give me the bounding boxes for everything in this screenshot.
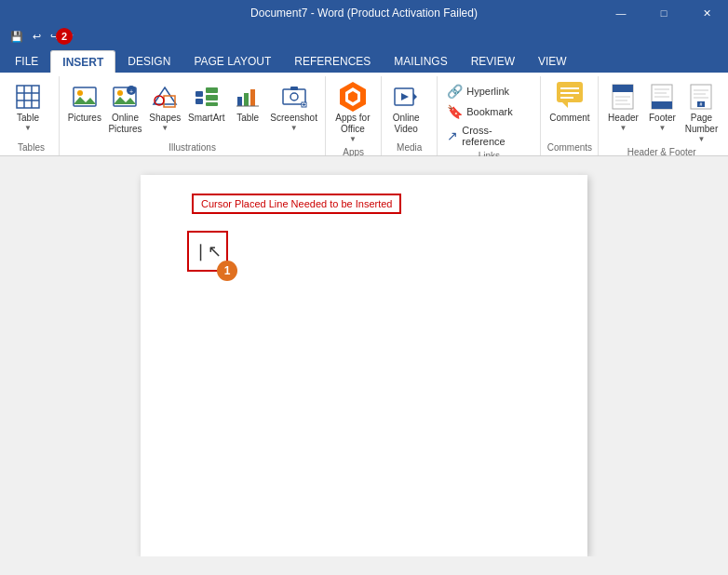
hyperlink-icon: 🔗	[447, 84, 463, 99]
svg-marker-33	[413, 93, 417, 100]
minimize-button[interactable]: —	[600, 0, 642, 26]
save-quick-button[interactable]: 💾	[7, 29, 26, 45]
online-video-icon	[391, 82, 421, 112]
document-page[interactable]: Cursor Placed Line Needed to be Inserted…	[141, 175, 587, 556]
document-area: Cursor Placed Line Needed to be Inserted…	[0, 156, 728, 556]
screenshot-button[interactable]: Screenshot ▼	[268, 80, 319, 134]
svg-marker-36	[562, 102, 568, 108]
ribbon-tabs: FILE INSERT DESIGN PAGE LAYOUT REFERENCE…	[0, 47, 728, 73]
cursor-symbol: ❘↖	[194, 241, 222, 261]
page-number-button[interactable]: # PageNumber ▼	[682, 80, 720, 145]
tab-insert[interactable]: INSERT	[50, 50, 115, 73]
svg-rect-46	[652, 101, 672, 109]
apps-for-office-button[interactable]: Apps forOffice ▼	[331, 80, 373, 145]
comments-group-label: Comments	[546, 140, 592, 155]
svg-rect-17	[206, 95, 218, 100]
svg-rect-14	[195, 91, 203, 97]
svg-rect-16	[206, 87, 218, 93]
cross-reference-label: Cross-reference	[462, 125, 531, 147]
svg-rect-41	[613, 85, 633, 92]
page-number-icon: #	[686, 82, 716, 112]
online-video-button[interactable]: OnlineVideo	[387, 80, 425, 137]
title-bar: Document7 - Word (Product Activation Fai…	[0, 0, 728, 26]
header-button[interactable]: Header ▼	[604, 80, 641, 134]
tables-group-label: Tables	[9, 140, 53, 155]
bookmark-button[interactable]: 🔖 Bookmark	[443, 102, 517, 121]
tab-file[interactable]: FILE	[4, 50, 49, 73]
ribbon-group-header-footer: Header ▼ Footer ▼	[599, 76, 724, 155]
callout-annotation: Cursor Placed Line Needed to be Inserted	[192, 194, 401, 214]
quick-access-toolbar: 💾 ↩ ↪ ▾ 2	[0, 26, 728, 47]
screenshot-label: Screenshot	[270, 113, 317, 124]
hyperlink-button[interactable]: 🔗 Hyperlink	[443, 82, 513, 100]
tab-design[interactable]: DESIGN	[116, 50, 182, 73]
comment-label: Comment	[549, 113, 589, 124]
ribbon-group-illustrations: Pictures + OnlinePictures	[60, 76, 326, 155]
ribbon-group-comments: Comment Comments	[541, 76, 599, 155]
tab-references[interactable]: REFERENCES	[283, 50, 382, 73]
svg-text:+: +	[129, 88, 133, 95]
svg-text:#: #	[700, 101, 703, 107]
shapes-dropdown-arrow: ▼	[161, 124, 169, 132]
header-dropdown-arrow: ▼	[619, 124, 627, 132]
title-text: Document7 - Word (Product Activation Fai…	[250, 7, 478, 20]
callout-text: Cursor Placed Line Needed to be Inserted	[201, 198, 392, 209]
hyperlink-label: Hyperlink	[466, 86, 509, 97]
svg-rect-15	[195, 99, 203, 104]
svg-rect-18	[206, 102, 218, 106]
svg-point-8	[117, 90, 123, 96]
bookmark-label: Bookmark	[466, 106, 513, 117]
apps-for-office-label: Apps forOffice	[335, 113, 370, 135]
page-number-label: PageNumber	[685, 113, 719, 135]
svg-rect-19	[237, 97, 242, 106]
apps-for-office-icon	[338, 82, 368, 112]
media-group-items: OnlineVideo	[387, 76, 431, 140]
maximize-button[interactable]: □	[642, 0, 685, 26]
comments-group-items: Comment	[546, 76, 592, 140]
footer-dropdown-arrow: ▼	[658, 124, 666, 132]
cross-reference-button[interactable]: ↗ Cross-reference	[443, 123, 534, 149]
shapes-label: Shapes	[149, 113, 181, 124]
cross-reference-icon: ↗	[447, 128, 458, 143]
ribbon: Table ▼ Tables Pictures	[0, 73, 728, 156]
shapes-button[interactable]: Shapes ▼	[146, 80, 183, 134]
svg-rect-20	[244, 93, 249, 106]
badge-2: 2	[56, 28, 73, 45]
screenshot-dropdown-arrow: ▼	[290, 124, 298, 132]
tab-view[interactable]: VIEW	[527, 50, 578, 73]
badge-1: 1	[217, 261, 237, 281]
table-button[interactable]: Table ▼	[9, 80, 47, 134]
tab-mailings[interactable]: MAILINGS	[383, 50, 458, 73]
comment-button[interactable]: Comment	[546, 80, 592, 126]
chart-button[interactable]: Table	[229, 80, 266, 126]
svg-rect-0	[17, 86, 39, 108]
bookmark-icon: 🔖	[447, 104, 463, 119]
online-pictures-label: OnlinePictures	[108, 113, 142, 135]
smartart-button[interactable]: SmartArt	[185, 80, 227, 126]
tab-review[interactable]: REVIEW	[460, 50, 526, 73]
tables-group-items: Table ▼	[9, 76, 53, 140]
screenshot-icon	[279, 82, 309, 112]
table-label: Table	[17, 113, 39, 124]
tab-page-layout[interactable]: PAGE LAYOUT	[182, 50, 282, 73]
close-button[interactable]: ✕	[685, 0, 728, 26]
chart-label: Table	[236, 113, 259, 124]
pictures-button[interactable]: Pictures	[65, 80, 104, 126]
pictures-label: Pictures	[68, 113, 101, 124]
illustrations-group-items: Pictures + OnlinePictures	[65, 76, 319, 140]
online-pictures-button[interactable]: + OnlinePictures	[106, 80, 145, 137]
footer-label: Footer	[649, 113, 676, 124]
pictures-icon	[70, 82, 100, 112]
footer-icon	[647, 82, 677, 112]
table-icon	[13, 82, 43, 112]
svg-rect-25	[290, 87, 298, 90]
undo-quick-button[interactable]: ↩	[30, 29, 44, 45]
svg-point-6	[77, 90, 83, 96]
apps-dropdown-arrow: ▼	[349, 135, 357, 143]
comment-icon	[555, 82, 585, 112]
footer-button[interactable]: Footer ▼	[643, 80, 681, 134]
ribbon-group-media: OnlineVideo Media	[382, 76, 438, 155]
online-video-label: OnlineVideo	[393, 113, 420, 135]
cursor-insertion-area[interactable]: ❘↖ 1	[187, 231, 228, 272]
smartart-icon	[192, 82, 222, 112]
